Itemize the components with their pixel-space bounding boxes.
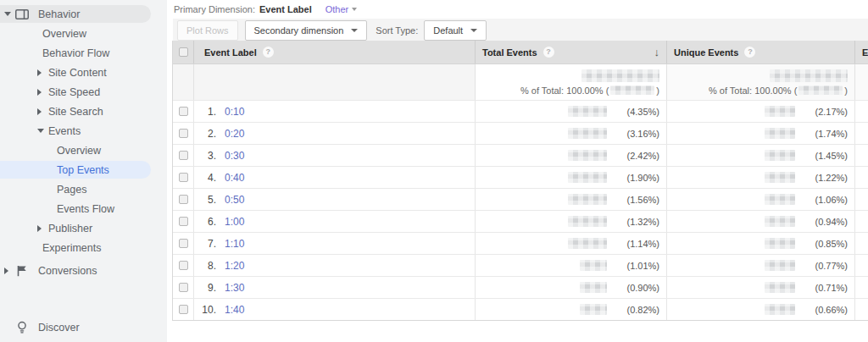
event-label-link[interactable]: 0:40 [225,172,244,184]
help-icon[interactable]: ? [744,47,755,58]
plot-rows-button[interactable]: Plot Rows [177,20,238,41]
sidebar-item-pages[interactable]: Pages [0,179,167,199]
redacted-value [568,172,607,183]
total-events-cell: (1.32%) [476,211,667,232]
redacted-value [580,282,607,293]
redacted-value [765,304,795,315]
sidebar-item-behavior[interactable]: Behavior [0,4,167,24]
unique-events-cell: (1.06%) [667,189,855,210]
chevron-down-icon [352,8,357,11]
row-checkbox[interactable] [179,283,188,292]
sidebar-item-label: Experiments [42,242,101,254]
event-label-link[interactable]: 0:30 [225,150,244,162]
event-label-cell: 4. 0:40 [194,167,476,188]
event-label-link[interactable]: 0:10 [225,106,244,118]
next-column-cell [855,277,868,298]
unique-events-cell: (0.77%) [667,255,855,276]
sidebar-item-site-search[interactable]: Site Search [0,102,167,121]
header-total-events[interactable]: Total Events ? ↓ [476,41,667,63]
expand-arrow-icon[interactable] [4,268,15,274]
sidebar-item-overview[interactable]: Overview [0,141,167,160]
sidebar: Behavior Overview Behavior Flow Site Con… [0,0,167,342]
event-label-cell: 8. 1:20 [194,255,476,276]
sidebar-item-experiments[interactable]: Experiments [0,238,167,257]
row-checkbox-cell [173,233,194,254]
chevron-down-icon [351,29,358,32]
row-checkbox[interactable] [179,173,188,182]
redacted-value [568,150,607,161]
redacted-value [568,194,607,205]
sidebar-item-discover[interactable]: Discover [0,317,167,337]
row-checkbox-cell [173,101,194,122]
expand-arrow-icon[interactable] [37,89,48,96]
expand-arrow-icon[interactable] [37,225,48,232]
expand-arrow-icon[interactable] [37,69,48,76]
unique-events-cell: (1.45%) [667,145,855,166]
unique-events-cell: (1.22%) [667,167,855,188]
header-checkbox-cell [173,41,194,63]
row-checkbox[interactable] [179,261,188,270]
row-checkbox[interactable] [179,195,188,204]
row-checkbox[interactable] [179,217,188,226]
expand-arrow-icon[interactable] [37,108,48,115]
next-column-cell [855,233,868,254]
header-event-label[interactable]: Event Label ? [194,41,476,63]
help-icon[interactable]: ? [543,47,554,58]
row-checkbox[interactable] [179,151,188,160]
sidebar-item-conversions[interactable]: Conversions [0,261,167,280]
summary-label-cell [194,64,476,100]
next-column-cell [855,189,868,210]
sidebar-item-events[interactable]: Events [0,121,167,141]
sidebar-item-events-flow[interactable]: Events Flow [0,199,167,218]
row-checkbox-cell [173,167,194,188]
row-checkbox[interactable] [179,239,188,248]
expand-arrow-icon[interactable] [4,12,15,16]
row-checkbox-cell [173,299,194,320]
total-events-cell: (1.56%) [476,189,667,210]
total-events-cell: (2.42%) [476,145,667,166]
event-label-link[interactable]: 0:20 [225,128,244,140]
total-events-cell: (1.14%) [476,233,667,254]
primary-dimension-selected[interactable]: Event Label [259,4,312,14]
event-label-link[interactable]: 1:30 [225,282,244,294]
sort-descending-icon[interactable]: ↓ [654,46,660,58]
sort-type-dropdown[interactable]: Default [424,20,487,41]
expand-arrow-icon[interactable] [37,129,48,133]
event-label-link[interactable]: 1:20 [225,260,244,272]
events-table: Event Label ? Total Events ? ↓ Unique Ev… [172,41,868,321]
secondary-dimension-button[interactable]: Secondary dimension [245,20,368,41]
primary-dimension-other-link[interactable]: Other [326,4,358,14]
event-label-cell: 1. 0:10 [194,101,476,122]
total-events-pct: (0.90%) [619,283,659,293]
sidebar-item-behavior-flow[interactable]: Behavior Flow [0,43,167,63]
row-checkbox[interactable] [179,129,188,138]
header-next-column-partial[interactable]: E [855,41,868,63]
next-column-cell [855,167,868,188]
row-rank: 10. [194,304,216,316]
unique-events-pct: (0.77%) [807,261,848,271]
select-all-checkbox[interactable] [179,47,188,57]
unique-events-pct: (1.22%) [807,173,848,183]
redacted-value [765,106,795,117]
redacted-value [765,238,795,249]
header-unique-events[interactable]: Unique Events ? [667,41,855,63]
event-label-link[interactable]: 1:00 [225,216,244,228]
event-label-link[interactable]: 0:50 [225,194,244,206]
redacted-value [765,282,795,293]
sidebar-item-overview[interactable]: Overview [0,24,167,43]
sidebar-item-publisher[interactable]: Publisher [0,218,167,238]
unique-events-cell: (0.71%) [667,277,855,298]
event-label-link[interactable]: 1:40 [225,304,244,316]
total-events-pct: (0.82%) [619,305,659,315]
help-icon[interactable]: ? [263,47,274,58]
sidebar-item-site-speed[interactable]: Site Speed [0,82,167,102]
sidebar-item-site-content[interactable]: Site Content [0,63,167,82]
sidebar-item-label: Site Speed [48,86,100,98]
unique-events-cell: (0.66%) [667,299,855,320]
total-events-cell: (0.82%) [476,299,667,320]
row-checkbox[interactable] [179,107,188,116]
event-label-link[interactable]: 1:10 [225,238,244,250]
sidebar-item-top-events[interactable]: Top Events [0,160,167,179]
table-row: 7. 1:10 (1.14%) (0.85%) [173,232,868,254]
row-checkbox[interactable] [179,305,188,314]
